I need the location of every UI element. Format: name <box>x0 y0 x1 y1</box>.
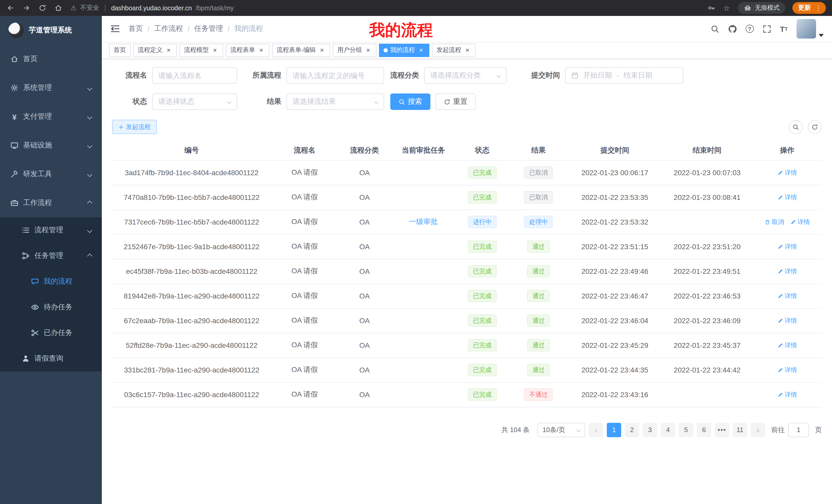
font-size-icon[interactable]: TT <box>780 24 788 33</box>
pagination-total: 共 104 条 <box>501 425 530 435</box>
page-button[interactable]: 3 <box>643 423 657 437</box>
cell-actions: 详情 <box>753 382 822 407</box>
sidebar-item-process-management[interactable]: 流程管理 <box>0 217 102 243</box>
sidebar-item-payment[interactable]: ¥支付管理 <box>0 102 102 131</box>
tab-user-group[interactable]: 用户分组× <box>333 44 376 57</box>
password-key-icon[interactable] <box>707 4 715 12</box>
tab-process-model[interactable]: 流程模型× <box>179 44 223 57</box>
search-button[interactable]: 搜索 <box>390 93 431 110</box>
header-search-icon[interactable] <box>710 24 719 33</box>
cell-submit-time: 2022-01-22 23:46:04 <box>568 308 661 333</box>
tab-my-process[interactable]: 我的流程× <box>379 44 430 57</box>
tab-process-definition[interactable]: 流程定义× <box>133 44 177 57</box>
submit-time-range-picker[interactable]: 开始日期 - 结束日期 <box>565 67 683 84</box>
fullscreen-icon[interactable] <box>762 24 771 33</box>
process-definition-input[interactable] <box>286 67 384 84</box>
reset-button[interactable]: 重置 <box>436 93 476 110</box>
page-button[interactable]: 1 <box>607 423 621 437</box>
sidebar-item-my-process[interactable]: 我的流程 <box>0 269 102 295</box>
close-icon[interactable]: × <box>464 47 471 54</box>
breadcrumb-item[interactable]: 首页 <box>129 24 143 33</box>
search-icon <box>398 99 405 105</box>
cell-actions: 详情 <box>753 259 822 284</box>
category-select[interactable]: 请选择流程分类 <box>424 67 506 84</box>
page-button[interactable]: 5 <box>679 423 693 437</box>
action-detail-link[interactable]: 详情 <box>778 267 797 276</box>
action-cancel-link[interactable]: 取消 <box>765 218 784 226</box>
cell-process-name: OA 请假 <box>271 259 338 284</box>
github-icon[interactable] <box>728 24 737 33</box>
cell-process-name: OA 请假 <box>271 185 338 209</box>
status-select[interactable]: 请选择状态 <box>152 93 237 110</box>
user-menu[interactable] <box>797 19 824 38</box>
table-row: 2152467e-7b9b-11ec-9a1b-acde48001122OA 请… <box>112 234 822 259</box>
prev-page-button[interactable]: ‹ <box>589 423 603 437</box>
action-detail-link[interactable]: 详情 <box>778 390 797 399</box>
breadcrumb-separator: / <box>228 25 230 33</box>
page-size-select[interactable]: 10条/页 <box>537 423 585 437</box>
browser-forward-icon[interactable] <box>22 4 30 12</box>
help-icon[interactable]: ? <box>745 25 754 33</box>
sidebar-item-workflow[interactable]: 工作流程 <box>0 189 102 217</box>
sidebar-item-todo-tasks[interactable]: 待办任务 <box>0 295 102 320</box>
action-detail-link[interactable]: 详情 <box>778 341 797 349</box>
result-select[interactable]: 请选择流结果 <box>286 93 384 110</box>
browser-reload-icon[interactable] <box>38 4 46 12</box>
breadcrumb-item[interactable]: 工作流程 <box>154 24 183 33</box>
tab-home[interactable]: 首页 <box>109 44 131 57</box>
create-process-button[interactable]: 发起流程 <box>112 120 157 134</box>
cell-result: 通过 <box>509 333 568 358</box>
action-detail-link[interactable]: 详情 <box>778 193 797 202</box>
sidebar-item-done-tasks[interactable]: 已办任务 <box>0 320 102 346</box>
sidebar-item-system[interactable]: 系统管理 <box>0 74 102 102</box>
browser-menu-icon[interactable]: ⋮ <box>813 4 823 12</box>
action-detail-link[interactable]: 详情 <box>778 242 797 251</box>
sidebar-item-infrastructure[interactable]: 基础设施 <box>0 131 102 160</box>
action-detail-link[interactable]: 详情 <box>778 316 797 325</box>
more-pages-button[interactable]: ••• <box>715 423 729 437</box>
page-button[interactable]: 6 <box>697 423 711 437</box>
current-task-link[interactable]: 一级审批 <box>409 217 438 226</box>
action-detail-link[interactable]: 详情 <box>790 218 810 226</box>
page-button[interactable]: 4 <box>661 423 675 437</box>
process-name-input[interactable] <box>152 67 237 84</box>
column-header: 编号 <box>112 141 271 160</box>
action-detail-link[interactable]: 详情 <box>778 291 797 300</box>
close-icon[interactable]: × <box>365 47 372 54</box>
page-button[interactable]: 11 <box>733 423 747 437</box>
sidebar-item-devtools[interactable]: 研发工具 <box>0 160 102 189</box>
close-icon[interactable]: × <box>418 47 425 54</box>
update-button[interactable]: 更新 ⋮ <box>792 2 826 14</box>
tab-start-process[interactable]: 发起流程× <box>432 44 476 57</box>
sidebar-item-leave-query[interactable]: 请假查询 <box>0 346 102 371</box>
pen-icon <box>778 367 783 373</box>
tab-process-form-edit[interactable]: 流程表单-编辑× <box>272 44 330 57</box>
app-logo[interactable]: 芋道管理系统 <box>0 16 102 45</box>
refresh-table-button[interactable] <box>808 120 822 134</box>
action-detail-link[interactable]: 详情 <box>778 168 797 177</box>
column-header: 流程名 <box>271 141 338 160</box>
close-icon[interactable]: × <box>258 47 265 54</box>
address-bar[interactable]: ⚠ 不安全 dashboard.yudao.iocoder.cn/bpm/tas… <box>71 4 707 12</box>
cell-status: 已完成 <box>456 382 509 407</box>
close-icon[interactable]: × <box>318 47 326 54</box>
pen-icon <box>778 194 783 200</box>
cell-status: 已完成 <box>456 333 509 358</box>
action-detail-link[interactable]: 详情 <box>778 366 797 374</box>
bookmark-star-icon[interactable]: ☆ <box>723 4 731 12</box>
sidebar-item-home[interactable]: 首页 <box>0 45 102 74</box>
sidebar-item-task-management[interactable]: 任务管理 <box>0 243 102 269</box>
sidebar-toggle-icon[interactable] <box>110 24 120 34</box>
close-icon[interactable]: × <box>165 47 172 54</box>
user-avatar[interactable] <box>797 19 816 38</box>
browser-home-icon[interactable] <box>54 4 62 12</box>
tab-process-form[interactable]: 流程表单× <box>226 44 269 57</box>
toggle-search-button[interactable] <box>789 120 803 134</box>
goto-page-input[interactable] <box>788 423 809 437</box>
browser-back-icon[interactable] <box>6 4 15 12</box>
next-page-button[interactable]: › <box>751 423 765 437</box>
close-icon[interactable]: × <box>211 47 218 54</box>
breadcrumb-item[interactable]: 任务管理 <box>194 24 223 33</box>
cell-id: 2152467e-7b9b-11ec-9a1b-acde48001122 <box>112 234 271 259</box>
page-button[interactable]: 2 <box>625 423 639 437</box>
